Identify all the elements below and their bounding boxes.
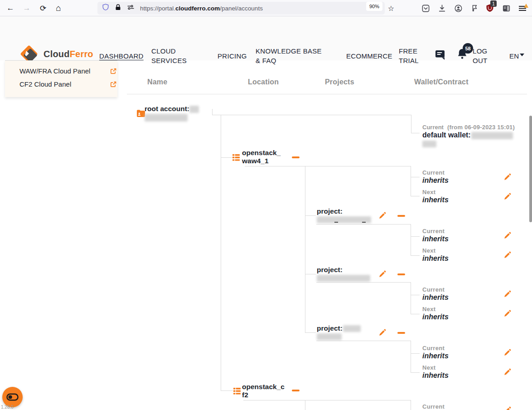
wallet-period-label: Next <box>422 364 435 371</box>
redacted-root-name <box>145 114 188 122</box>
redacted-project-name <box>317 275 370 282</box>
collapse-icon[interactable] <box>397 215 405 217</box>
tree-connector-lines <box>0 0 532 410</box>
wallet-period-label: Next <box>422 247 435 254</box>
wallet-value: inherits <box>422 313 449 321</box>
edit-pencil-icon[interactable] <box>503 368 511 376</box>
collapse-icon[interactable] <box>397 332 405 334</box>
project-node-label: project: <box>317 324 343 332</box>
collapse-icon[interactable] <box>292 390 300 391</box>
edit-pencil-icon[interactable] <box>503 406 511 410</box>
redacted-underscore <box>334 222 338 223</box>
redacted-wallet-name <box>422 141 436 147</box>
wallet-value: inherits <box>422 293 449 302</box>
edit-pencil-icon[interactable] <box>503 290 511 298</box>
wallet-value: inherits <box>422 352 449 360</box>
project-node-label: project: <box>317 266 343 274</box>
location-node-waw4: openstack_waw4_1 <box>242 149 286 165</box>
edit-pencil-icon[interactable] <box>503 310 511 317</box>
wallet-period-label: Next <box>422 306 435 312</box>
collapse-icon[interactable] <box>292 156 300 158</box>
page-scrollbar[interactable] <box>529 116 532 222</box>
wallet-period-label: Current <box>422 345 445 351</box>
redacted-project-name <box>343 325 361 332</box>
wallet-period-label: Current <box>422 286 445 293</box>
wallet-value: inherits <box>422 176 449 185</box>
root-wallet-label: default wallet: <box>422 131 471 139</box>
root-account-icon <box>137 110 145 119</box>
location-stack-icon <box>233 387 241 397</box>
redacted-wallet-name <box>471 132 513 139</box>
wallet-period-label: Current <box>422 169 445 176</box>
redacted-project-name <box>317 333 342 340</box>
collapse-icon[interactable] <box>397 273 405 275</box>
edit-pencil-icon[interactable] <box>503 251 511 259</box>
edit-pencil-icon[interactable] <box>378 270 386 278</box>
redacted-underscore <box>362 222 366 223</box>
page: ← → ⟳ ⌂ https://portal.cloudferro.com/pa… <box>0 0 532 410</box>
edit-pencil-icon[interactable] <box>503 232 511 239</box>
edit-pencil-icon[interactable] <box>378 212 386 220</box>
version-label: 1.28.0 <box>1 405 14 410</box>
chat-widget-icon <box>6 393 19 401</box>
wallet-period-label: Next <box>422 189 435 195</box>
wallet-value: inherits <box>422 254 449 263</box>
wallet-value: inherits <box>422 196 449 204</box>
wallet-value: inherits <box>422 371 449 380</box>
edit-pencil-icon[interactable] <box>503 349 511 356</box>
edit-pencil-icon[interactable] <box>378 329 386 337</box>
root-wallet-status: Current(from 06-09-2023 15:01) <box>422 124 515 131</box>
wallet-period-label: Current <box>422 403 445 410</box>
location-stack-icon <box>232 154 240 163</box>
redacted-root-name <box>189 106 199 113</box>
location-node-cf2: openstack_cf2 <box>242 383 286 399</box>
edit-pencil-icon[interactable] <box>503 173 511 181</box>
project-node-label: project: <box>317 207 343 215</box>
edit-pencil-icon[interactable] <box>503 193 511 200</box>
wallet-period-label: Current <box>422 228 445 234</box>
wallet-value: inherits <box>422 235 449 243</box>
